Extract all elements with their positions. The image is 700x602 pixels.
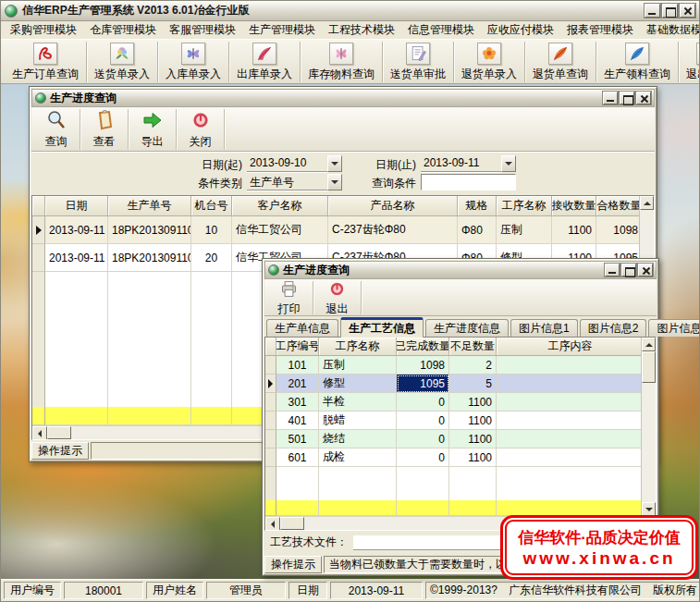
scroll-left-button[interactable] [32,426,47,440]
tab-process-info[interactable]: 生产工艺信息 [340,317,424,338]
table-row[interactable]: 101 压制 1098 2 [265,356,656,375]
date-to-label: 日期(止) [359,157,416,173]
condition-value-input[interactable] [421,174,516,190]
toolbar-production-order-query[interactable]: 生产订单查询 [5,42,87,82]
table-row[interactable]: 401 脱蜡 0 1100 [265,412,656,430]
search-icon [45,109,68,134]
col-process-content: 工序内容 [497,338,645,356]
menu-information[interactable]: 信息管理模块 [401,20,481,40]
menu-base-data[interactable]: 基础数据模块 [640,20,700,40]
stock-query-icon [329,43,353,65]
menu-engineering[interactable]: 工程技术模块 [322,20,401,40]
toolbar-label: 库存物料查询 [308,67,375,82]
table-row[interactable]: 301 半检 0 1100 [265,393,656,412]
scroll-down-button[interactable] [642,502,656,516]
col-process-no: 工序编号 [276,338,319,356]
print-icon [279,279,299,301]
window2-title: 生产进度查询 [283,263,601,278]
col-order-no: 生产单号 [108,196,191,216]
watermark-url: www.xinwa.cn [522,548,675,569]
tab-picture-1[interactable]: 图片信息1 [510,319,578,337]
window1-close-button[interactable] [636,92,651,104]
tab-order-info[interactable]: 生产单信息 [266,319,338,337]
delivery-approve-icon [406,43,430,65]
scroll-up-button[interactable] [642,338,656,351]
print-button[interactable]: 打印 [265,281,313,314]
chevron-down-icon[interactable] [327,174,342,190]
toolbar-material-query[interactable]: 生产领料查询 [596,42,679,82]
toolbar-label: 生产领料查询 [604,67,670,82]
date-from-label: 日期(起) [185,157,242,173]
order-query-icon [33,43,57,65]
toolbar-label: 生产订单查询 [12,67,79,82]
tab-progress-info[interactable]: 生产进度信息 [425,319,509,337]
scrollbar-thumb[interactable] [642,351,656,383]
window2-maximize-button[interactable] [621,264,636,276]
hint-label: 操作提示 [31,442,89,460]
toolbar-label: 送货单审批 [390,67,446,82]
condition-type-combo[interactable]: 生产单号 [247,174,342,190]
condition-type-label: 条件类别 [185,176,242,191]
export-button[interactable]: 导出 [129,109,177,150]
table-row[interactable]: 501 烧结 0 1100 [265,430,656,448]
close-button[interactable] [680,4,695,18]
date-from-combo[interactable]: 2013-09-10 [247,155,342,172]
date-value: 2013-09-11 [330,582,423,599]
toolbar-exit-system[interactable]: 退出系统 [679,42,700,82]
toolbar-delivery-entry[interactable]: 送货单录入 [87,42,158,82]
view-button[interactable]: 查看 [80,109,129,150]
toolbar-label: 退出系统 [686,67,700,82]
close-window-button[interactable]: 关闭 [177,109,225,150]
window2-minimize-button[interactable] [605,264,620,276]
vendor-watermark-frame: 信华软件·品质决定价值 www.xinwa.cn [505,520,694,575]
exit-button[interactable]: 退出 [313,281,362,314]
toolbar-delivery-approve[interactable]: 送货单审批 [383,42,454,82]
condition-value-label: 查询条件 [359,176,416,191]
tech-file-label: 工艺技术文件： [270,534,348,550]
menu-customer-service[interactable]: 客服管理模块 [163,20,242,40]
minimize-button[interactable] [645,4,660,18]
toolbar-inbound-entry[interactable]: 入库单录入 [158,42,229,82]
vertical-scrollbar[interactable] [641,338,656,516]
scroll-up-button[interactable] [640,196,654,210]
date-to-combo[interactable]: 2013-09-11 [421,155,516,172]
scrollbar-thumb[interactable] [47,426,71,439]
menu-production[interactable]: 生产管理模块 [242,20,322,40]
tab-picture-2[interactable]: 图片信息2 [580,319,647,337]
table-row[interactable]: 2013-09-11 18PK20130911001 10 信华工贸公司 C-2… [32,216,654,244]
menu-receivable-payable[interactable]: 应收应付模块 [481,20,560,40]
window1-maximize-button[interactable] [620,92,634,104]
col-qualified-qty: 合格数量 [596,196,643,216]
col-shortfall-qty: 不足数量 [449,338,497,356]
button-label: 打印 [278,301,301,317]
window1-minimize-button[interactable] [603,92,618,104]
query-button[interactable]: 查询 [32,109,80,150]
menu-warehouse[interactable]: 仓库管理模块 [83,20,163,40]
close-power-icon [190,109,212,134]
window2-close-button[interactable] [638,264,653,276]
toolbar-return-query[interactable]: 退货单查询 [525,42,596,82]
menu-reports[interactable]: 报表管理模块 [560,20,640,40]
selected-cell[interactable]: 1095 [397,375,449,393]
toolbar-stock-query[interactable]: 库存物料查询 [301,42,383,82]
tab-picture-3[interactable]: 图片信息3 [648,319,700,337]
menu-purchase[interactable]: 采购管理模块 [4,20,83,40]
chevron-down-icon[interactable] [327,155,342,172]
window1-title: 生产进度查询 [50,91,599,106]
menu-bar: 采购管理模块 仓库管理模块 客服管理模块 生产管理模块 工程技术模块 信息管理模… [1,21,699,39]
grid-empty-area [265,467,656,500]
toolbar-label: 退货单录入 [461,67,517,82]
col-customer: 客户名称 [232,196,328,216]
maximize-button[interactable] [662,4,678,18]
scrollbar-thumb[interactable] [280,517,304,530]
user-id-label: 用户编号 [4,582,61,599]
app-title: 信华ERP生产管理系统 V2013 6.01冶金行业版 [22,3,640,18]
toolbar-outbound-entry[interactable]: 出库单录入 [229,42,301,82]
toolbar-return-entry[interactable]: 退货单录入 [454,42,525,82]
chevron-down-icon[interactable] [501,155,516,172]
scroll-left-button[interactable] [265,517,280,531]
col-date: 日期 [45,196,108,216]
table-row[interactable]: 601 成检 0 1100 [265,448,656,467]
table-row-selected[interactable]: 201 修型 1095 5 [265,375,656,393]
inbound-entry-icon [181,43,205,65]
